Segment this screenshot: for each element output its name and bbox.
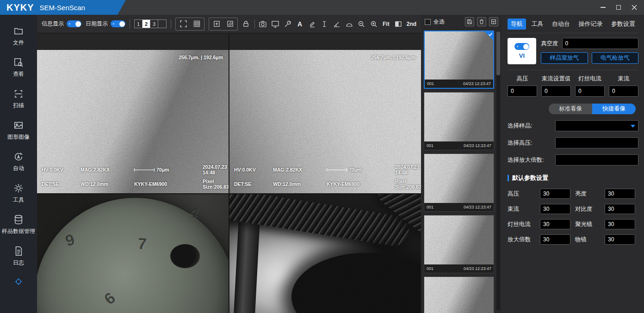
annotate-button[interactable] xyxy=(308,19,316,29)
zoom-out-button[interactable] xyxy=(357,19,365,29)
hv-input[interactable] xyxy=(508,86,537,97)
delete-button[interactable] xyxy=(477,17,486,26)
quick-imaging-button[interactable]: 快捷看像 xyxy=(592,104,636,114)
fit-button[interactable]: Fit xyxy=(382,19,390,29)
vi-toggle-card[interactable]: VI xyxy=(508,38,536,64)
vacuum-input[interactable] xyxy=(562,38,639,49)
contrast-button[interactable] xyxy=(394,19,402,29)
preview-icon xyxy=(13,57,24,68)
thumbnail-caption: 001 04/23 12:23:47 xyxy=(424,203,494,211)
tab-tools[interactable]: 工具 xyxy=(528,18,547,30)
optical-chamber-viewport[interactable] xyxy=(229,194,421,313)
tab-parameter-settings[interactable]: 参数设置 xyxy=(608,18,638,30)
frame-button[interactable] xyxy=(225,19,235,29)
image-icon xyxy=(13,120,24,130)
default-mag-input[interactable] xyxy=(540,234,570,245)
tab-navigation[interactable]: 导航 xyxy=(508,18,526,30)
sidebar-item-sample-data[interactable]: 样品数据管理 xyxy=(0,209,37,240)
log-icon xyxy=(13,246,24,256)
default-hv-label: 高压 xyxy=(508,190,535,198)
vacuum-section: VI 真空度 样品室放气 电气枪放气 xyxy=(508,38,638,64)
vent-buttons: 样品室放气 电气枪放气 xyxy=(541,52,638,64)
default-filament-input[interactable] xyxy=(540,219,570,229)
layout-empty-button[interactable] xyxy=(158,20,166,28)
thumbnail-id: 001 xyxy=(427,143,433,148)
sidebar-item-log[interactable]: 日志 xyxy=(0,240,37,272)
filament-input[interactable] xyxy=(575,86,605,97)
scrollbar-thumb[interactable] xyxy=(496,31,500,75)
thumbnail-header: 全选 xyxy=(421,15,502,29)
sidebar-item-graphics[interactable]: 图形图像 xyxy=(0,115,37,146)
display-button[interactable] xyxy=(271,19,279,29)
sidebar: 文件 查看 扫描 图形图像 自动 工具 样品数据管理 日志 xyxy=(0,15,37,313)
minimize-button[interactable] xyxy=(597,2,609,12)
close-button[interactable] xyxy=(628,2,640,12)
angle-button[interactable] xyxy=(333,19,341,29)
save-button[interactable] xyxy=(465,17,474,26)
select-all-label: 全选 xyxy=(433,18,445,26)
sidebar-item-files[interactable]: 文件 xyxy=(0,20,37,52)
layout-3-button[interactable]: 3 xyxy=(150,20,158,28)
beam-input[interactable] xyxy=(609,86,638,97)
mag-value: MAG:2.82KX xyxy=(80,167,134,172)
dither-button[interactable] xyxy=(192,19,202,29)
thumbnail-item[interactable]: 001 04/23 12:23:47 xyxy=(424,276,494,313)
measure-tools-button[interactable] xyxy=(284,19,292,29)
standard-imaging-button[interactable]: 标准看像 xyxy=(549,104,592,114)
tab-auto-stage[interactable]: 自动台 xyxy=(549,18,573,30)
tab-operation-log[interactable]: 操作记录 xyxy=(576,18,606,30)
thumbnail-shading xyxy=(425,31,493,80)
protractor-button[interactable] xyxy=(345,19,353,29)
fullscreen-button[interactable] xyxy=(178,19,188,29)
vi-toggle[interactable] xyxy=(514,43,529,50)
sample-dropdown[interactable] xyxy=(555,120,638,131)
sem-viewport-2[interactable]: 256.7μm. | 192.6μm HV:0.0KV MAG:2.82KX 7… xyxy=(229,33,421,193)
maximize-button[interactable] xyxy=(613,2,625,12)
text-tool-button[interactable]: A xyxy=(296,19,304,29)
zoom-in-button[interactable] xyxy=(370,19,378,29)
sidebar-item-label: 日志 xyxy=(13,259,24,266)
camera-icon xyxy=(259,20,266,28)
default-objective-input[interactable] xyxy=(605,234,635,245)
mag-dropdown[interactable] xyxy=(555,154,638,166)
crosshair-button[interactable] xyxy=(211,19,222,29)
sem-viewport-1[interactable]: 256.7μm. | 192.6μm HV:0.0KV MAG:2.82KX 7… xyxy=(37,33,229,193)
sidebar-item-partial[interactable] xyxy=(0,272,37,293)
beam-label: 束流 xyxy=(618,75,630,83)
sidebar-item-auto[interactable]: 自动 xyxy=(0,146,37,178)
lock-button[interactable] xyxy=(242,19,250,29)
sidebar-item-tools[interactable]: 工具 xyxy=(0,178,37,209)
thumbnail-time: 04/23 12:23:47 xyxy=(464,205,491,209)
layout-2-button[interactable]: 2 xyxy=(142,20,150,28)
date-display-toggle[interactable] xyxy=(111,20,125,27)
beam-set-input[interactable] xyxy=(541,86,571,97)
pixel-size-value: Pixel Size:206.836nm xyxy=(395,178,421,190)
hv-dropdown[interactable] xyxy=(555,137,638,148)
default-brightness-input[interactable] xyxy=(605,189,635,199)
thumbnail-image xyxy=(424,277,494,313)
thumbnail-item[interactable]: 001 04/23 12:23:47 xyxy=(424,92,494,150)
gallery-button[interactable] xyxy=(489,17,498,26)
sidebar-item-scan[interactable]: 扫描 xyxy=(0,83,37,115)
thumbnail-item[interactable]: 001 04/23 12:23:47 xyxy=(424,31,494,89)
gear-icon xyxy=(13,183,24,193)
select-all-checkbox[interactable] xyxy=(425,19,431,25)
layout-1-button[interactable]: 1 xyxy=(135,20,142,28)
vent-gun-button[interactable]: 电气枪放气 xyxy=(592,52,639,64)
vent-chamber-button[interactable]: 样品室放气 xyxy=(541,52,588,64)
thumbnail-item[interactable]: 001 04/23 12:23:47 xyxy=(424,153,494,212)
second-display-button[interactable]: 2nd xyxy=(407,19,416,29)
ruler-button[interactable] xyxy=(321,19,329,29)
detector-value: DET:SE xyxy=(234,181,273,187)
sidebar-item-view[interactable]: 查看 xyxy=(0,52,37,83)
optical-stage-viewport[interactable]: 4 7 9 6 xyxy=(37,194,229,313)
default-condenser-input[interactable] xyxy=(605,219,635,229)
default-beam-input[interactable] xyxy=(540,204,570,214)
capture-button[interactable] xyxy=(259,19,267,29)
chevron-down-icon xyxy=(631,125,635,128)
default-hv-input[interactable] xyxy=(540,189,570,199)
thumbnail-item[interactable]: 001 04/23 12:23:47 xyxy=(424,215,494,273)
info-display-toggle[interactable] xyxy=(67,20,81,27)
app-logo: KYKY xyxy=(6,2,34,13)
default-contrast-input[interactable] xyxy=(605,204,635,214)
